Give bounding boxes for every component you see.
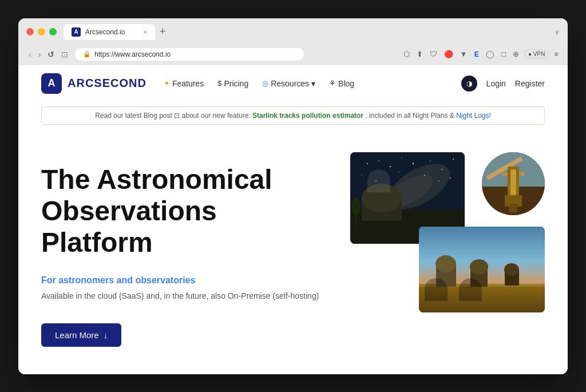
vpn-badge[interactable]: ● VPN xyxy=(525,50,548,58)
active-tab[interactable]: A Arcsecond.io × xyxy=(64,24,155,40)
svg-point-3 xyxy=(367,163,368,164)
extension-3-icon[interactable]: ◯ xyxy=(485,49,496,60)
tab-favicon: A xyxy=(72,27,81,37)
banner-text-middle: about our new feature: xyxy=(182,112,251,120)
website-content: A Arcsecond ✦ Features $ Pricing ◎ Resou… xyxy=(18,65,568,374)
learn-more-button[interactable]: Learn More ↓ xyxy=(41,323,121,347)
blog-nav-link[interactable]: ⚘ Blog xyxy=(329,79,354,88)
announcement-banner: Read our latest Blog post ⊡ about our ne… xyxy=(41,106,545,125)
features-nav-link[interactable]: ✦ Features xyxy=(164,79,204,88)
login-button[interactable]: Login xyxy=(486,79,506,88)
hero-images xyxy=(350,152,545,312)
learn-more-label: Learn More xyxy=(55,330,99,340)
svg-rect-27 xyxy=(510,169,516,198)
traffic-lights xyxy=(26,28,57,35)
svg-point-34 xyxy=(435,255,456,272)
svg-point-9 xyxy=(441,169,442,170)
site-nav: A Arcsecond ✦ Features $ Pricing ◎ Resou… xyxy=(18,65,568,102)
learn-more-arrow-icon: ↓ xyxy=(104,330,108,340)
feature-link[interactable]: Starlink tracks pollution estimator xyxy=(252,112,363,120)
nav-right: ◑ Login Register xyxy=(461,76,545,92)
svg-point-8 xyxy=(430,160,431,161)
blog-icon: ⚘ xyxy=(329,79,336,88)
shield-icon[interactable]: 🛡 xyxy=(429,49,438,60)
svg-point-4 xyxy=(378,160,379,161)
external-link-icon[interactable]: ⬡ xyxy=(402,49,411,60)
extension-1-icon[interactable]: ▼ xyxy=(459,49,469,60)
register-button[interactable]: Register xyxy=(515,79,545,88)
features-icon: ✦ xyxy=(164,79,170,88)
new-tab-button[interactable]: + xyxy=(157,26,168,38)
title-bar: A Arcsecond.io × + ∨ xyxy=(18,18,568,45)
reload-button[interactable]: ↺ xyxy=(45,49,57,60)
hero-content: The Astronomical Observations Platform F… xyxy=(41,152,350,347)
bookmark-button[interactable]: ⊡ xyxy=(59,49,70,60)
hero-description: Available in the cloud (SaaS) and, in th… xyxy=(41,291,327,300)
banner-text-before: Read our latest Blog post xyxy=(95,112,172,120)
tab-close-button[interactable]: × xyxy=(144,29,147,35)
lock-icon: 🔒 xyxy=(83,50,91,58)
svg-point-10 xyxy=(453,159,454,160)
svg-point-12 xyxy=(375,180,377,181)
svg-rect-31 xyxy=(419,284,545,312)
resources-chevron-icon: ▾ xyxy=(311,79,315,88)
window-chevron: ∨ xyxy=(555,28,560,36)
tab-area: A Arcsecond.io × + xyxy=(64,24,555,40)
resources-icon: ◎ xyxy=(262,79,268,88)
banner-text-after: , included in all Night Plans & xyxy=(365,112,454,120)
svg-point-5 xyxy=(390,166,391,167)
forward-button[interactable]: › xyxy=(36,49,43,60)
browser-window: A Arcsecond.io × + ∨ ‹ › ↺ ⊡ 🔒 https://w… xyxy=(18,18,568,374)
extension-5-icon[interactable]: ⊕ xyxy=(512,49,520,60)
share-icon[interactable]: ⬆ xyxy=(415,49,424,60)
address-bar: ‹ › ↺ ⊡ 🔒 https://www.arcsecond.io ⬡ ⬆ 🛡… xyxy=(18,45,568,65)
pricing-nav-link[interactable]: $ Pricing xyxy=(217,79,248,88)
url-bar[interactable]: 🔒 https://www.arcsecond.io xyxy=(75,48,304,61)
hero-title: The Astronomical Observations Platform xyxy=(41,164,327,259)
night-logs-link[interactable]: Night Logs! xyxy=(456,112,491,120)
observatory-sunset-image xyxy=(419,227,545,312)
nav-buttons: ‹ › ↺ ⊡ xyxy=(26,49,70,60)
nav-links: ✦ Features $ Pricing ◎ Resources ▾ ⚘ Blo… xyxy=(164,79,461,88)
theme-toggle-button[interactable]: ◑ xyxy=(461,76,477,92)
telescope-circular-image xyxy=(482,152,545,215)
logo-area[interactable]: A Arcsecond xyxy=(41,73,146,94)
svg-point-16 xyxy=(450,177,451,179)
svg-point-38 xyxy=(504,263,519,276)
hero-subtitle: For astronomers and observatories xyxy=(41,275,327,286)
svg-point-6 xyxy=(401,157,402,158)
extension-2-icon[interactable]: E xyxy=(473,49,480,60)
menu-icon[interactable]: ≡ xyxy=(553,49,560,60)
maximize-button[interactable] xyxy=(49,28,57,35)
logo-icon: A xyxy=(41,73,62,94)
close-button[interactable] xyxy=(26,28,34,35)
back-button[interactable]: ‹ xyxy=(26,49,34,60)
svg-point-14 xyxy=(424,174,425,175)
pricing-icon: $ xyxy=(217,79,221,88)
tab-title: Arcsecond.io xyxy=(85,28,125,36)
browser-toolbar-icons: ⬡ ⬆ 🛡 🔴 ▼ E ◯ □ ⊕ ● VPN ≡ xyxy=(402,49,560,60)
extension-4-icon[interactable]: □ xyxy=(500,49,507,60)
svg-point-15 xyxy=(438,180,439,181)
notification-icon[interactable]: 🔴 xyxy=(443,49,454,60)
svg-point-11 xyxy=(361,175,362,175)
svg-point-13 xyxy=(398,172,399,173)
hero-section: The Astronomical Observations Platform F… xyxy=(18,129,568,365)
svg-rect-29 xyxy=(509,204,517,212)
logo-text: Arcsecond xyxy=(68,77,146,90)
external-link-icon: ⊡ xyxy=(174,112,181,120)
resources-nav-link[interactable]: ◎ Resources ▾ xyxy=(262,79,315,88)
minimize-button[interactable] xyxy=(38,28,45,35)
svg-point-19 xyxy=(362,184,402,212)
svg-point-36 xyxy=(470,259,488,274)
svg-point-7 xyxy=(413,163,414,164)
svg-point-21 xyxy=(351,198,361,215)
url-text: https://www.arcsecond.io xyxy=(94,50,171,58)
